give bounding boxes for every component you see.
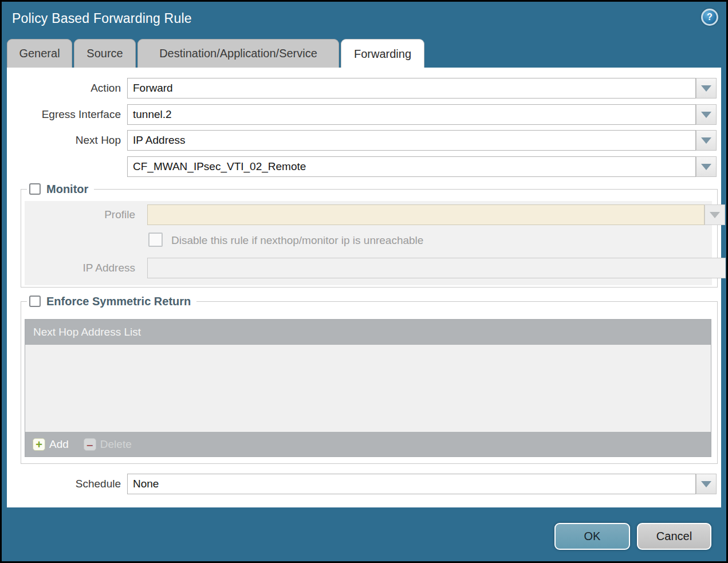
add-button-label: Add [49,438,69,451]
monitor-group: Monitor Profile Disable this rule if nex… [21,189,718,288]
egress-interface-label: Egress Interface [7,104,121,125]
monitor-legend: Monitor [27,181,94,197]
monitor-ip-address-field [147,258,726,278]
policy-based-forwarding-dialog: Policy Based Forwarding Rule ? General S… [2,2,726,561]
profile-field [147,204,705,225]
cancel-button[interactable]: Cancel [637,523,711,550]
schedule-field[interactable] [127,474,696,494]
help-icon[interactable]: ? [701,9,718,26]
enforce-symmetric-return-legend: Enforce Symmetric Return [27,293,196,309]
egress-interface-field[interactable] [127,104,696,125]
disable-rule-checkbox [148,233,163,247]
chevron-down-icon [701,112,711,118]
enforce-symmetric-return-title: Enforce Symmetric Return [46,295,191,308]
action-label: Action [7,78,121,99]
chevron-down-icon [701,164,711,170]
next-hop-label: Next Hop [7,130,121,151]
tab-bar: General Source Destination/Application/S… [7,39,424,68]
chevron-down-icon [701,85,711,92]
next-hop-address-list-toolbar: + Add – Delete [25,432,711,456]
next-hop-address-table: Next Hop Address List + Add – Delete [25,319,711,457]
minus-icon: – [84,438,96,451]
enforce-symmetric-return-group: Enforce Symmetric Return Next Hop Addres… [21,301,718,464]
monitor-checkbox[interactable] [29,183,41,195]
chevron-down-icon [701,137,711,144]
monitor-ip-address-label: IP Address [25,258,135,278]
next-hop-type-dropdown-button[interactable] [696,130,717,151]
enforce-symmetric-return-checkbox[interactable] [29,296,41,307]
next-hop-address-list-header: Next Hop Address List [25,320,711,345]
chevron-down-icon [701,481,711,487]
action-field[interactable] [127,78,696,99]
monitor-title: Monitor [46,183,88,196]
plus-icon: + [33,438,45,451]
next-hop-address-list-body[interactable] [25,345,711,432]
next-hop-address-field[interactable] [127,156,696,177]
schedule-dropdown-button[interactable] [696,474,717,494]
add-button[interactable]: + Add [33,438,69,451]
ok-button[interactable]: OK [554,523,630,550]
action-dropdown-button[interactable] [696,78,717,99]
next-hop-type-field[interactable] [127,130,696,151]
delete-button: – Delete [84,438,132,451]
profile-dropdown-button [705,204,725,225]
disable-rule-label: Disable this rule if nexthop/monitor ip … [171,233,423,248]
tab-general[interactable]: General [7,39,72,68]
egress-interface-dropdown-button[interactable] [696,104,717,125]
profile-label: Profile [25,204,135,225]
tab-forwarding[interactable]: Forwarding [341,39,424,68]
tab-destination-application-service[interactable]: Destination/Application/Service [137,39,339,68]
monitor-inner-panel: Profile Disable this rule if nexthop/mon… [25,201,712,285]
dialog-title: Policy Based Forwarding Rule [12,11,192,26]
forwarding-tab-panel: Action Egress Interface Next Hop Monitor [7,68,721,507]
tab-source[interactable]: Source [74,39,136,68]
chevron-down-icon [710,212,720,218]
delete-button-label: Delete [100,438,132,451]
schedule-label: Schedule [7,474,121,494]
next-hop-address-dropdown-button[interactable] [696,156,717,177]
